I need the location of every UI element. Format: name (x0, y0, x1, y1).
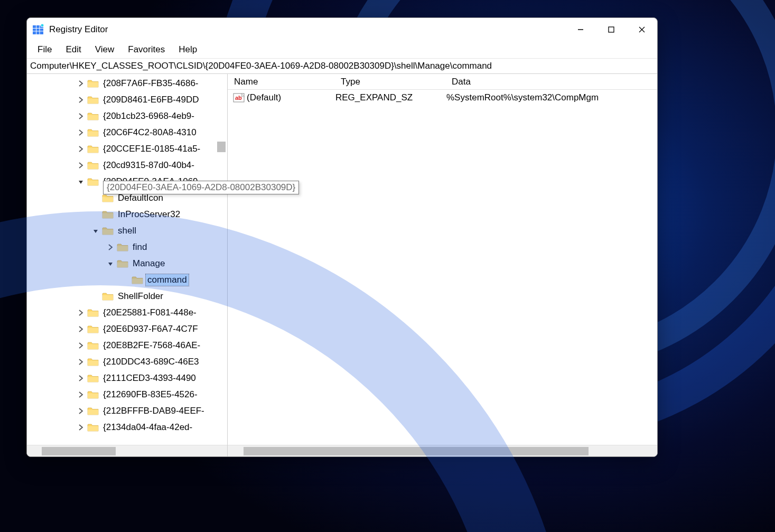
expand-icon[interactable] (77, 325, 85, 333)
tree-node[interactable]: {20CCEF1E-0185-41a5- (27, 141, 227, 157)
folder-icon (87, 308, 99, 318)
tree-vertical-scrollbar[interactable] (217, 75, 226, 444)
expand-icon[interactable] (77, 79, 85, 88)
folder-icon (87, 406, 99, 416)
tree-node[interactable]: find (27, 239, 227, 255)
folder-icon (87, 79, 99, 88)
tree-node[interactable]: Manage (27, 255, 227, 272)
tree-node[interactable]: shell (27, 222, 227, 239)
maximize-button[interactable] (596, 18, 627, 41)
collapse-icon[interactable] (91, 227, 100, 235)
expand-icon[interactable] (77, 96, 85, 104)
tree-node[interactable]: {208F7A6F-FB35-4686- (27, 75, 227, 91)
expand-icon[interactable] (77, 112, 85, 120)
column-header-data[interactable]: Data (445, 77, 657, 87)
close-button[interactable] (627, 18, 657, 41)
tree-node[interactable]: {209D8461-E6FB-49DD (27, 91, 227, 108)
tooltip-text: {20D04FE0-3AEA-1069-A2D8-08002B30309D} (107, 182, 295, 192)
address-text: Computer\HKEY_CLASSES_ROOT\CLSID\{20D04F… (30, 61, 492, 71)
tree-view[interactable]: {208F7A6F-FB35-4686-{209D8461-E6FB-49DD{… (27, 74, 227, 445)
registry-editor-window: Registry Editor File Edit View Favorites… (26, 17, 658, 457)
expand-icon[interactable] (77, 341, 85, 350)
folder-icon (117, 259, 128, 268)
collapse-icon[interactable] (106, 259, 115, 268)
folder-icon (102, 226, 114, 236)
expand-icon[interactable] (77, 128, 85, 137)
tree-node-label: {2134da04-4faa-42ed- (101, 422, 194, 433)
expand-icon[interactable] (77, 309, 85, 317)
folder-icon (87, 128, 99, 137)
tree-node[interactable]: {20cd9315-87d0-40b4- (27, 157, 227, 173)
tree-node-label: {20cd9315-87d0-40b4- (101, 160, 196, 171)
folder-icon (87, 111, 99, 121)
folder-icon (87, 144, 99, 154)
folder-icon (87, 161, 99, 170)
svg-point-5 (41, 24, 44, 27)
menu-edit[interactable]: Edit (59, 43, 87, 56)
folder-icon (102, 193, 114, 203)
menu-view[interactable]: View (89, 43, 121, 56)
expand-icon[interactable] (77, 390, 85, 399)
expand-icon[interactable] (77, 358, 85, 366)
list-row[interactable]: (Default)REG_EXPAND_SZ%SystemRoot%\syste… (228, 90, 657, 106)
menu-file[interactable]: File (31, 43, 58, 56)
svg-rect-7 (609, 27, 614, 32)
minimize-button[interactable] (565, 18, 596, 41)
folder-icon (102, 210, 114, 219)
tree-node[interactable]: {20E6D937-F6A7-4C7F (27, 321, 227, 337)
address-bar[interactable]: Computer\HKEY_CLASSES_ROOT\CLSID\{20D04F… (27, 58, 657, 74)
collapse-icon[interactable] (77, 178, 85, 186)
tree-node-label: {210DDC43-689C-46E3 (101, 356, 200, 368)
folder-icon (87, 324, 99, 334)
expand-icon[interactable] (77, 161, 85, 170)
tree-node[interactable]: {20C6F4C2-80A8-4310 (27, 124, 227, 141)
tree-node-label: {20CCEF1E-0185-41a5- (101, 143, 202, 155)
tree-node-label: ShellFolder (116, 291, 165, 302)
menu-favorites[interactable]: Favorites (122, 43, 171, 56)
titlebar[interactable]: Registry Editor (27, 18, 657, 41)
tree-node[interactable]: {212690FB-83E5-4526- (27, 386, 227, 403)
tree-node-label: {20b1cb23-6968-4eb9- (101, 110, 196, 122)
regedit-icon (32, 24, 44, 35)
tree-pane: {208F7A6F-FB35-4686-{209D8461-E6FB-49DD{… (27, 74, 228, 456)
list-header: Name Type Data (228, 74, 657, 90)
folder-icon (102, 292, 114, 301)
menubar: File Edit View Favorites Help (27, 41, 657, 58)
folder-icon (87, 341, 99, 350)
expand-icon[interactable] (77, 407, 85, 415)
expand-icon[interactable] (77, 374, 85, 382)
tree-node-label: {20E6D937-F6A7-4C7F (101, 323, 200, 335)
expand-icon[interactable] (106, 243, 115, 251)
tree-node[interactable]: {210DDC43-689C-46E3 (27, 353, 227, 370)
tree-node[interactable]: command (27, 272, 227, 288)
tree-node[interactable]: {20E25881-F081-448e- (27, 304, 227, 321)
column-header-name[interactable]: Name (228, 77, 334, 87)
tree-node[interactable]: {20E8B2FE-7568-46AE- (27, 337, 227, 353)
desktop-background: Registry Editor File Edit View Favorites… (0, 0, 775, 532)
tooltip: {20D04FE0-3AEA-1069-A2D8-08002B30309D} (103, 181, 299, 194)
tree-horizontal-scrollbar[interactable] (27, 445, 227, 456)
tree-node-label: find (131, 241, 148, 253)
tree-node[interactable]: {2134da04-4faa-42ed- (27, 419, 227, 435)
tree-node[interactable]: {212BFFFB-DAB9-4EEF- (27, 403, 227, 419)
expand-icon[interactable] (77, 423, 85, 432)
tree-node[interactable]: {2111CED3-4393-4490 (27, 370, 227, 386)
tree-node[interactable]: {20b1cb23-6968-4eb9- (27, 108, 227, 124)
tree-node-label: {212BFFFB-DAB9-4EEF- (101, 405, 206, 417)
tree-node-label: shell (116, 225, 138, 237)
folder-icon (87, 357, 99, 367)
list-pane: Name Type Data (Default)REG_EXPAND_SZ%Sy… (228, 74, 657, 456)
tree-node-label: command (146, 274, 189, 286)
folder-icon (117, 242, 128, 252)
column-header-type[interactable]: Type (334, 77, 445, 87)
expand-icon[interactable] (77, 145, 85, 153)
list-view[interactable]: (Default)REG_EXPAND_SZ%SystemRoot%\syste… (228, 90, 657, 445)
tree-node[interactable]: InProcServer32 (27, 206, 227, 222)
window-title: Registry Editor (49, 24, 108, 35)
tree-node[interactable]: ShellFolder (27, 288, 227, 304)
menu-help[interactable]: Help (172, 43, 203, 56)
list-horizontal-scrollbar[interactable] (228, 445, 657, 456)
tree-node-label: {212690FB-83E5-4526- (101, 389, 199, 400)
tree-node-label: {209D8461-E6FB-49DD (101, 94, 200, 106)
folder-icon (87, 374, 99, 383)
